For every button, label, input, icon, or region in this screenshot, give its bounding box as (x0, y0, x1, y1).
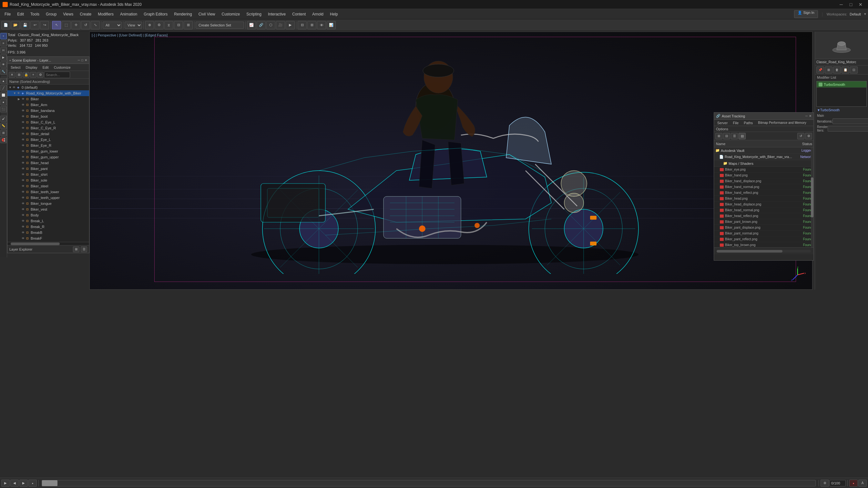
eye-icon[interactable]: 👁 (22, 121, 26, 124)
eye-icon[interactable]: 👁 (22, 185, 26, 188)
eye-icon[interactable]: 👁 (22, 109, 26, 112)
se-item-biker-gum-lower[interactable]: 👁 ⊡ Biker_gum_lower (7, 149, 89, 154)
se-item-biker-detail[interactable]: 👁 ⊡ Biker_detail (7, 131, 89, 137)
menu-arnold[interactable]: Arnold (309, 11, 327, 18)
se-item-biker-head[interactable]: 👁 ⊡ Biker_head (7, 160, 89, 166)
se-item-biker-shirt[interactable]: 👁 ⊡ Biker_shirt (7, 171, 89, 177)
bt-time-config-button[interactable]: ⚙ (820, 480, 829, 487)
menu-content[interactable]: Content (289, 11, 309, 18)
menu-views[interactable]: Views (60, 11, 76, 18)
se-item-road-king[interactable]: ▼ 👁 ◈ Road_King_Motorcycle_with_Biker (7, 90, 89, 96)
turbosmooth-modifier[interactable]: TurboSmooth (817, 81, 866, 88)
object-name[interactable] (815, 59, 868, 65)
eye-icon[interactable]: 👁 (17, 92, 22, 95)
se-item-biker-teeth-lower[interactable]: 👁 ⊡ Biker_teeth_lower (7, 189, 89, 195)
eye-icon[interactable]: 👁 (22, 179, 26, 182)
eye-icon[interactable]: 👁 (22, 225, 26, 228)
maximize-button[interactable]: □ (846, 1, 856, 8)
modify-panel-button[interactable]: ≡ (0, 40, 7, 46)
edge-tool-button[interactable]: ╱ (0, 85, 7, 91)
rp-copy-button[interactable]: 📋 (841, 66, 849, 73)
se-menu-edit[interactable]: Edit (41, 65, 51, 70)
se-item-biker-tongue[interactable]: 👁 ⊡ Biker_tongue (7, 201, 89, 206)
eye-icon[interactable]: 👁 (22, 237, 26, 240)
reference-coord-dropdown[interactable]: All View Local World (103, 22, 122, 29)
object-name-input[interactable] (816, 60, 867, 64)
rp-paste-button[interactable]: ⊡ (850, 66, 858, 73)
eye-icon[interactable]: 👁 (22, 132, 26, 135)
menu-scripting[interactable]: Scripting (243, 11, 265, 18)
rp-collapse-button[interactable]: ▼ TurboSmooth (815, 107, 868, 112)
at-options-label[interactable]: Options (716, 127, 728, 131)
view-dropdown[interactable]: View (125, 22, 142, 29)
eye-icon[interactable]: 👁 (22, 126, 26, 130)
menu-graph-editors[interactable]: Graph Editors (141, 11, 171, 18)
se-item-biker-sole[interactable]: 👁 ⊡ Biker_sole (7, 177, 89, 183)
eye-icon[interactable]: 👁 (22, 202, 26, 205)
signin-button[interactable]: 👤 Sign In (794, 10, 818, 18)
vertex-tool-button[interactable]: ● (0, 99, 7, 105)
rp-delete-button[interactable]: 🗑 (833, 66, 841, 73)
at-file-biker-pant-reflect[interactable]: Biker_pant_reflect.png Found (714, 236, 813, 242)
timeline-playhead[interactable] (42, 480, 58, 486)
workspace-dropdown[interactable]: Default (849, 12, 861, 16)
viewport-layout-button[interactable]: ⊟ (298, 21, 307, 29)
eye-icon[interactable]: 👁 (22, 214, 26, 217)
select-region-button[interactable]: ⬚ (62, 21, 71, 29)
at-menu-paths[interactable]: Paths (742, 120, 755, 126)
motion-panel-button[interactable]: ▶ (0, 54, 7, 61)
eye-icon[interactable]: 👁 (22, 167, 26, 170)
se-add-button[interactable]: + (30, 72, 36, 78)
material-editor-button[interactable]: ⬡ (266, 21, 275, 29)
workspace-chevron-icon[interactable]: ▼ (864, 12, 867, 16)
display-panel-button[interactable]: 👁 (317, 21, 326, 29)
eye-icon[interactable]: 👁 (22, 190, 26, 194)
se-item-layer0[interactable]: ▼ 👁 ◈ 0 (default) (7, 85, 89, 90)
align-button[interactable]: ⊟ (174, 21, 183, 29)
se-item-biker-steel[interactable]: 👁 ⊡ Biker_steel (7, 183, 89, 189)
se-tree[interactable]: ▼ 👁 ◈ 0 (default) ▼ 👁 ◈ Road_King_Motorc… (7, 85, 89, 242)
menu-tools[interactable]: Tools (27, 11, 42, 18)
element-tool-button[interactable]: ⬛ (0, 106, 7, 112)
at-menu-bitmap[interactable]: Bitmap Performance and Memory (756, 120, 808, 125)
se-bottom-grid-button[interactable]: ⊞ (73, 247, 80, 252)
se-item-biker-bandana[interactable]: 👁 ⊡ Biker_bandana (7, 108, 89, 113)
se-filter-button[interactable]: ✕ (9, 72, 15, 78)
at-refresh-button[interactable]: ↺ (797, 133, 804, 139)
eye-icon[interactable]: 👁 (12, 86, 17, 89)
eye-icon[interactable]: 👁 (22, 150, 26, 153)
menu-modifiers[interactable]: Modifiers (95, 11, 117, 18)
at-close-button[interactable]: ✕ (809, 114, 811, 118)
open-file-button[interactable]: 📂 (11, 21, 20, 29)
at-vault-folder[interactable]: 📁 Autodesk Vault Logged (714, 148, 813, 154)
close-button[interactable]: ✕ (856, 1, 865, 8)
bt-play-button[interactable]: ▶ (1, 480, 10, 487)
at-grid-button[interactable]: ⊟ (723, 133, 730, 139)
menu-edit[interactable]: Edit (14, 11, 27, 18)
se-item-breakf[interactable]: 👁 ⊡ BreakF (7, 235, 89, 241)
menu-customize[interactable]: Customize (219, 11, 243, 18)
eye-icon[interactable]: 👁 (22, 231, 26, 234)
bt-set-key-button[interactable]: ⬥ (849, 480, 858, 487)
at-file-biker-pant-normal[interactable]: Biker_pant_normal.png Found (714, 231, 813, 236)
render-setup-button[interactable]: 🎥 (276, 21, 285, 29)
menu-create[interactable]: Create (76, 11, 95, 18)
viewport-3d[interactable]: [-] | Perspective | [User Defined] | [Ed… (89, 32, 812, 290)
expand-icon[interactable]: ▶ (18, 97, 22, 101)
se-item-biker-vest[interactable]: 👁 ⊡ Biker_vest (7, 206, 89, 212)
scale-button[interactable]: ⤡ (91, 21, 100, 29)
create-panel-button[interactable]: + (0, 33, 7, 39)
create-selection-set-input[interactable] (196, 22, 244, 29)
at-file-biker-head-normal[interactable]: Biker_head_normal.png Found (714, 207, 813, 213)
eye-icon[interactable]: 👁 (22, 156, 26, 159)
se-item-biker[interactable]: ▶ 👁 ⊡ Biker (7, 96, 89, 102)
se-item-biker-gum-upper[interactable]: 👁 ⊡ Biker_gum_upper (7, 154, 89, 160)
at-file-biker-head[interactable]: Biker_head.png Found (714, 196, 813, 202)
border-tool-button[interactable]: ⬜ (0, 92, 7, 98)
expand-icon[interactable]: ▼ (9, 86, 12, 89)
expand-icon[interactable]: ▼ (13, 92, 17, 95)
at-scrollbar-thumb[interactable] (811, 177, 813, 217)
menu-help[interactable]: Help (327, 11, 341, 18)
bt-next-frame-button[interactable]: ▶ (19, 480, 28, 487)
se-menu-select[interactable]: Select (9, 65, 23, 70)
